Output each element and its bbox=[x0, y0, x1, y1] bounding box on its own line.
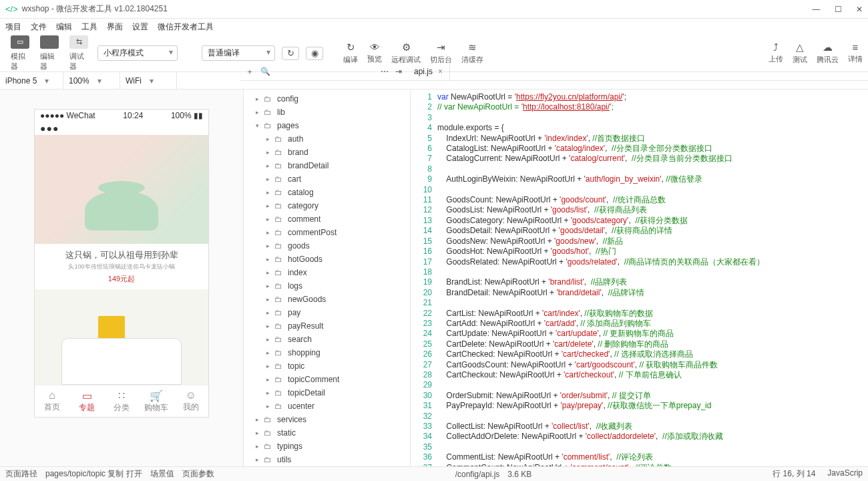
toolbar-action[interactable]: ⚙远程调试 bbox=[391, 41, 421, 65]
toolbar-action[interactable]: 👁预览 bbox=[367, 41, 382, 65]
tree-folder[interactable]: ▸🗀search bbox=[244, 333, 410, 346]
toolbar-button[interactable]: ⇆调试器 bbox=[64, 34, 93, 73]
status-item: pages/topic/topic 复制 打开 bbox=[45, 468, 142, 480]
toolbar-button[interactable]: ▭模拟器 bbox=[5, 34, 35, 73]
tree-folder[interactable]: ▾🗀pages bbox=[244, 119, 410, 132]
tree-folder[interactable]: ▸🗀goods bbox=[244, 239, 410, 253]
carrier-label: ●●●●● WeChat bbox=[40, 111, 95, 120]
tree-folder[interactable]: ▸🗀brandDetail bbox=[244, 159, 410, 172]
tree-folder[interactable]: ▸🗀utils bbox=[244, 453, 410, 466]
add-file-icon[interactable]: ＋ bbox=[246, 66, 254, 77]
status-item: 3.6 KB bbox=[507, 470, 531, 479]
simulator-phone: ●●●●● WeChat 10:24 100% ▮▮ ●●● 这只锅，可以从祖母… bbox=[35, 110, 208, 417]
tree-folder[interactable]: ▸🗀topicComment bbox=[244, 373, 410, 386]
menu-item[interactable]: 微信开发者工具 bbox=[158, 21, 214, 33]
tree-folder[interactable]: ▸🗀topicDetail bbox=[244, 386, 410, 399]
tree-folder[interactable]: ▸🗀pay bbox=[244, 306, 410, 319]
compile-select[interactable]: 普通编译 bbox=[202, 45, 275, 61]
tree-folder[interactable]: ▸🗀index bbox=[244, 266, 410, 279]
status-item: JavaScrip bbox=[827, 468, 863, 480]
maximize-icon[interactable]: ☐ bbox=[835, 5, 842, 14]
tree-folder[interactable]: ▸🗀topic bbox=[244, 359, 410, 373]
window-title: wxshop - 微信开发者工具 v1.02.1804251 bbox=[22, 3, 801, 15]
refresh-icon[interactable]: ↻ bbox=[282, 47, 299, 60]
tree-folder[interactable]: ▸🗀shopping bbox=[244, 346, 410, 359]
status-item: 页面路径 bbox=[5, 468, 37, 480]
battery-label: 100% ▮▮ bbox=[171, 111, 203, 120]
toolbar-button[interactable]: 编辑器 bbox=[35, 34, 64, 73]
toolbar-action[interactable]: ⤴上传 bbox=[769, 41, 783, 65]
tree-folder[interactable]: ▸🗀static bbox=[244, 426, 410, 440]
caption-title: 这只锅，可以从祖母用到孙辈 bbox=[40, 249, 203, 261]
toolbar-action[interactable]: ↻编译 bbox=[343, 41, 358, 65]
toolbar-action[interactable]: ☁腾讯云 bbox=[817, 41, 839, 65]
menu-item[interactable]: 编辑 bbox=[56, 21, 72, 33]
app-logo-icon: </> bbox=[5, 4, 18, 14]
code-editor[interactable]: var NewApiRootUrl = 'https://fly2you.cn/… bbox=[437, 90, 868, 466]
menu-item[interactable]: 设置 bbox=[132, 21, 148, 33]
more-icon[interactable]: ⋯ bbox=[381, 67, 389, 76]
tree-folder[interactable]: ▸🗀typings bbox=[244, 440, 410, 453]
status-item: 页面参数 bbox=[182, 468, 214, 480]
toolbar-action[interactable]: △测试 bbox=[793, 41, 807, 65]
menu-item[interactable]: 界面 bbox=[107, 21, 123, 33]
status-item: 行 16, 列 14 bbox=[773, 468, 815, 480]
toolbar-action[interactable]: ⇥切后台 bbox=[430, 41, 452, 65]
tree-folder[interactable]: ▸🗀catalog bbox=[244, 186, 410, 199]
mode-select[interactable]: 小程序模式 bbox=[97, 45, 178, 61]
search-icon[interactable]: 🔍 bbox=[260, 67, 270, 76]
tree-folder[interactable]: ▸🗀category bbox=[244, 199, 410, 212]
menu-item[interactable]: 文件 bbox=[31, 21, 47, 33]
sim-tab[interactable]: ▭专题 bbox=[69, 385, 104, 417]
sim-tab[interactable]: 🛒购物车 bbox=[139, 385, 174, 417]
close-tab-icon[interactable]: × bbox=[438, 67, 443, 76]
tree-folder[interactable]: ▸🗀payResult bbox=[244, 319, 410, 333]
zoom-select[interactable]: 100% bbox=[63, 72, 120, 89]
minimize-icon[interactable]: — bbox=[812, 5, 820, 14]
tree-folder[interactable]: ▸🗀services bbox=[244, 413, 410, 426]
caption-sub: 头100年传世珐琅锅还送你乌卡龙珐小锅 bbox=[40, 263, 203, 271]
status-item: /config/api.js bbox=[455, 470, 500, 479]
tree-folder[interactable]: ▸🗀hotGoods bbox=[244, 253, 410, 266]
sim-tab[interactable]: ☺我的 bbox=[174, 385, 208, 417]
tree-folder[interactable]: ▸🗀newGoods bbox=[244, 293, 410, 306]
tree-folder[interactable]: ▸🗀config bbox=[244, 92, 410, 106]
file-tab[interactable]: api.js× bbox=[407, 63, 450, 80]
tree-folder[interactable]: ▸🗀cart bbox=[244, 172, 410, 186]
menu-dots-icon[interactable]: ●●● bbox=[35, 122, 52, 135]
tree-folder[interactable]: ▸🗀ucenter bbox=[244, 399, 410, 413]
eye-icon[interactable]: ◉ bbox=[306, 47, 323, 60]
tree-folder[interactable]: ▸🗀lib bbox=[244, 106, 410, 119]
tree-folder[interactable]: ▸🗀comment bbox=[244, 212, 410, 226]
toolbar-action[interactable]: ≡详情 bbox=[848, 41, 863, 65]
hero-image-1[interactable] bbox=[35, 135, 208, 244]
tree-folder[interactable]: ▸🗀auth bbox=[244, 132, 410, 146]
tree-folder[interactable]: ▸🗀brand bbox=[244, 146, 410, 159]
menu-item[interactable]: 工具 bbox=[81, 21, 97, 33]
caption-price: 149元起 bbox=[40, 274, 203, 284]
status-item: 场景值 bbox=[150, 468, 174, 480]
tree-folder[interactable]: ▸🗀commentPost bbox=[244, 226, 410, 239]
sim-tab[interactable]: ∷分类 bbox=[104, 385, 139, 417]
hero-image-2[interactable] bbox=[35, 289, 208, 385]
time-label: 10:24 bbox=[123, 111, 143, 120]
close-icon[interactable]: ✕ bbox=[856, 5, 863, 14]
network-select[interactable]: WiFi bbox=[120, 72, 177, 89]
tree-folder[interactable]: ▸🗀logs bbox=[244, 279, 410, 293]
collapse-icon[interactable]: ⇥ bbox=[395, 67, 402, 76]
device-select[interactable]: iPhone 5 bbox=[0, 72, 63, 89]
menu-item[interactable]: 项目 bbox=[5, 21, 21, 33]
toolbar-action[interactable]: ≋清缓存 bbox=[461, 41, 483, 65]
sim-tab[interactable]: ⌂首页 bbox=[35, 385, 69, 417]
